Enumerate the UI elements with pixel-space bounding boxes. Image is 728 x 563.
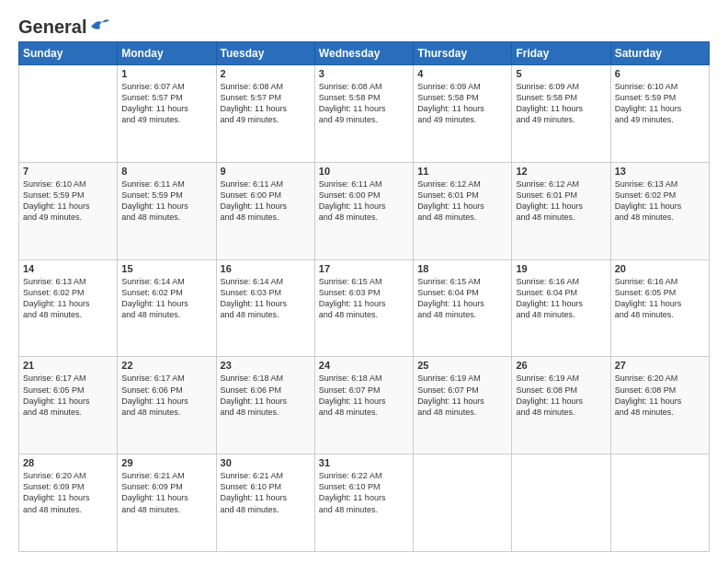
day-number: 7	[23, 166, 113, 177]
calendar-cell: 20Sunrise: 6:16 AMSunset: 6:05 PMDayligh…	[610, 259, 709, 357]
calendar-cell: 13Sunrise: 6:13 AMSunset: 6:02 PMDayligh…	[610, 162, 709, 259]
logo-general: General	[18, 17, 86, 38]
calendar-cell: 1Sunrise: 6:07 AMSunset: 5:57 PMDaylight…	[118, 65, 216, 163]
day-info: Sunrise: 6:21 AMSunset: 6:09 PMDaylight:…	[121, 470, 211, 515]
calendar-cell: 14Sunrise: 6:13 AMSunset: 6:02 PMDayligh…	[19, 259, 118, 357]
calendar-cell: 24Sunrise: 6:18 AMSunset: 6:07 PMDayligh…	[314, 357, 413, 454]
calendar-week-row: 7Sunrise: 6:10 AMSunset: 5:59 PMDaylight…	[19, 162, 710, 259]
day-number: 22	[121, 360, 211, 371]
day-number: 21	[23, 360, 113, 371]
day-number: 13	[615, 166, 705, 177]
calendar-cell	[610, 454, 709, 552]
day-number: 25	[417, 360, 507, 371]
day-number: 23	[221, 360, 311, 371]
day-info: Sunrise: 6:09 AMSunset: 5:58 PMDaylight:…	[516, 81, 606, 126]
day-info: Sunrise: 6:14 AMSunset: 6:03 PMDaylight:…	[221, 276, 311, 321]
day-number: 31	[319, 457, 409, 468]
day-number: 27	[615, 360, 705, 371]
day-number: 18	[417, 263, 507, 274]
day-info: Sunrise: 6:07 AMSunset: 5:57 PMDaylight:…	[121, 81, 211, 126]
day-info: Sunrise: 6:18 AMSunset: 6:06 PMDaylight:…	[221, 373, 311, 418]
day-info: Sunrise: 6:08 AMSunset: 5:57 PMDaylight:…	[221, 81, 311, 126]
calendar-cell	[19, 65, 118, 163]
calendar-cell: 3Sunrise: 6:08 AMSunset: 5:58 PMDaylight…	[314, 65, 413, 163]
calendar-weekday-thursday: Thursday	[414, 42, 512, 65]
calendar-cell: 23Sunrise: 6:18 AMSunset: 6:06 PMDayligh…	[216, 357, 314, 454]
day-info: Sunrise: 6:14 AMSunset: 6:02 PMDaylight:…	[121, 276, 211, 321]
calendar-weekday-tuesday: Tuesday	[216, 42, 314, 65]
day-info: Sunrise: 6:18 AMSunset: 6:07 PMDaylight:…	[319, 373, 409, 418]
day-info: Sunrise: 6:19 AMSunset: 6:08 PMDaylight:…	[516, 373, 606, 418]
day-info: Sunrise: 6:15 AMSunset: 6:03 PMDaylight:…	[319, 276, 409, 321]
calendar-week-row: 21Sunrise: 6:17 AMSunset: 6:05 PMDayligh…	[19, 357, 710, 454]
day-number: 11	[417, 166, 507, 177]
day-info: Sunrise: 6:10 AMSunset: 5:59 PMDaylight:…	[23, 178, 113, 224]
day-number: 4	[417, 68, 507, 79]
calendar-cell	[414, 454, 512, 552]
day-number: 30	[221, 457, 311, 468]
calendar-cell: 15Sunrise: 6:14 AMSunset: 6:02 PMDayligh…	[118, 259, 216, 357]
day-info: Sunrise: 6:22 AMSunset: 6:10 PMDaylight:…	[319, 470, 409, 515]
day-number: 8	[121, 166, 211, 177]
day-number: 17	[319, 263, 409, 274]
day-number: 12	[516, 166, 606, 177]
day-info: Sunrise: 6:17 AMSunset: 6:05 PMDaylight:…	[23, 373, 113, 418]
day-info: Sunrise: 6:12 AMSunset: 6:01 PMDaylight:…	[516, 178, 606, 224]
calendar-cell: 18Sunrise: 6:15 AMSunset: 6:04 PMDayligh…	[414, 259, 512, 357]
day-info: Sunrise: 6:11 AMSunset: 6:00 PMDaylight:…	[221, 178, 311, 224]
calendar-cell: 26Sunrise: 6:19 AMSunset: 6:08 PMDayligh…	[512, 357, 610, 454]
day-number: 24	[319, 360, 409, 371]
calendar-cell: 21Sunrise: 6:17 AMSunset: 6:05 PMDayligh…	[19, 357, 118, 454]
day-number: 19	[516, 263, 606, 274]
calendar-cell: 30Sunrise: 6:21 AMSunset: 6:10 PMDayligh…	[216, 454, 314, 552]
day-number: 6	[615, 68, 705, 79]
header: General	[18, 17, 710, 34]
day-number: 2	[221, 68, 311, 79]
calendar-table: SundayMondayTuesdayWednesdayThursdayFrid…	[18, 41, 710, 552]
logo-bird-icon	[89, 17, 109, 34]
calendar-cell	[512, 454, 610, 552]
day-number: 5	[516, 68, 606, 79]
calendar-weekday-monday: Monday	[118, 42, 216, 65]
calendar-cell: 8Sunrise: 6:11 AMSunset: 5:59 PMDaylight…	[118, 162, 216, 259]
day-info: Sunrise: 6:15 AMSunset: 6:04 PMDaylight:…	[417, 276, 507, 321]
calendar-weekday-sunday: Sunday	[19, 42, 118, 65]
calendar-week-row: 1Sunrise: 6:07 AMSunset: 5:57 PMDaylight…	[19, 65, 710, 163]
calendar-cell: 10Sunrise: 6:11 AMSunset: 6:00 PMDayligh…	[314, 162, 413, 259]
day-info: Sunrise: 6:16 AMSunset: 6:05 PMDaylight:…	[615, 276, 705, 321]
calendar-cell: 4Sunrise: 6:09 AMSunset: 5:58 PMDaylight…	[414, 65, 512, 163]
calendar-cell: 22Sunrise: 6:17 AMSunset: 6:06 PMDayligh…	[118, 357, 216, 454]
day-number: 26	[516, 360, 606, 371]
day-number: 14	[23, 263, 113, 274]
calendar-cell: 17Sunrise: 6:15 AMSunset: 6:03 PMDayligh…	[314, 259, 413, 357]
day-info: Sunrise: 6:12 AMSunset: 6:01 PMDaylight:…	[417, 178, 507, 224]
day-info: Sunrise: 6:08 AMSunset: 5:58 PMDaylight:…	[319, 81, 409, 126]
calendar-cell: 27Sunrise: 6:20 AMSunset: 6:08 PMDayligh…	[610, 357, 709, 454]
page: General SundayMondayTuesdayWednesdayThur…	[0, 0, 728, 563]
calendar-weekday-wednesday: Wednesday	[314, 42, 413, 65]
day-info: Sunrise: 6:10 AMSunset: 5:59 PMDaylight:…	[615, 81, 705, 126]
calendar-week-row: 28Sunrise: 6:20 AMSunset: 6:09 PMDayligh…	[19, 454, 710, 552]
calendar-cell: 6Sunrise: 6:10 AMSunset: 5:59 PMDaylight…	[610, 65, 709, 163]
calendar-cell: 16Sunrise: 6:14 AMSunset: 6:03 PMDayligh…	[216, 259, 314, 357]
day-info: Sunrise: 6:11 AMSunset: 6:00 PMDaylight:…	[319, 178, 409, 224]
calendar-week-row: 14Sunrise: 6:13 AMSunset: 6:02 PMDayligh…	[19, 259, 710, 357]
day-info: Sunrise: 6:19 AMSunset: 6:07 PMDaylight:…	[417, 373, 507, 418]
calendar-cell: 25Sunrise: 6:19 AMSunset: 6:07 PMDayligh…	[414, 357, 512, 454]
calendar-cell: 11Sunrise: 6:12 AMSunset: 6:01 PMDayligh…	[414, 162, 512, 259]
calendar-cell: 2Sunrise: 6:08 AMSunset: 5:57 PMDaylight…	[216, 65, 314, 163]
day-number: 20	[615, 263, 705, 274]
day-info: Sunrise: 6:13 AMSunset: 6:02 PMDaylight:…	[23, 276, 113, 321]
calendar-cell: 9Sunrise: 6:11 AMSunset: 6:00 PMDaylight…	[216, 162, 314, 259]
day-info: Sunrise: 6:21 AMSunset: 6:10 PMDaylight:…	[221, 470, 311, 515]
day-number: 9	[221, 166, 311, 177]
day-info: Sunrise: 6:11 AMSunset: 5:59 PMDaylight:…	[121, 178, 211, 224]
day-number: 16	[221, 263, 311, 274]
day-info: Sunrise: 6:20 AMSunset: 6:09 PMDaylight:…	[23, 470, 113, 515]
calendar-cell: 28Sunrise: 6:20 AMSunset: 6:09 PMDayligh…	[19, 454, 118, 552]
logo: General	[18, 17, 109, 34]
calendar-cell: 5Sunrise: 6:09 AMSunset: 5:58 PMDaylight…	[512, 65, 610, 163]
day-info: Sunrise: 6:16 AMSunset: 6:04 PMDaylight:…	[516, 276, 606, 321]
day-number: 29	[121, 457, 211, 468]
calendar-cell: 12Sunrise: 6:12 AMSunset: 6:01 PMDayligh…	[512, 162, 610, 259]
